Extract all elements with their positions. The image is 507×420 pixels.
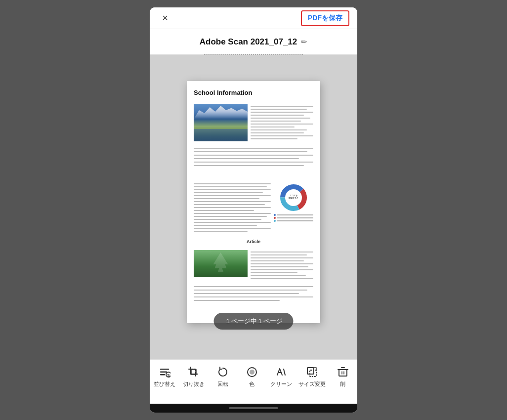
- svg-text:確認する？: 確認する？: [288, 197, 298, 199]
- home-bar: [229, 407, 278, 409]
- rotate-label: 回転: [217, 380, 228, 388]
- toolbar-delete[interactable]: 削: [331, 366, 355, 388]
- clean-icon: [275, 366, 287, 378]
- text-line: [194, 286, 313, 287]
- text-line: [194, 216, 267, 217]
- donut-chart-container: スコアを 確認する？: [274, 183, 313, 232]
- text-line: [251, 106, 313, 107]
- text-line: [194, 222, 271, 223]
- text-line: [194, 148, 313, 149]
- toolbar-crop[interactable]: 切り抜き: [182, 366, 206, 388]
- text-line: [194, 300, 280, 301]
- svg-rect-15: [339, 370, 347, 376]
- toolbar-sort[interactable]: ⇅ 並び替え: [153, 366, 176, 388]
- resize-label: サイズ変更: [298, 380, 326, 388]
- text-line: [194, 231, 248, 232]
- text-line: [194, 192, 263, 193]
- text-line: [194, 195, 271, 196]
- doc-text-block-1: [194, 147, 313, 177]
- bottom-toolbar: ⇅ 並び替え 切り抜き 回転: [150, 359, 357, 404]
- text-line: [194, 189, 271, 190]
- text-line: [194, 293, 299, 294]
- resize-icon: [306, 366, 318, 378]
- legend-text: [277, 217, 313, 218]
- text-line: [194, 162, 313, 163]
- svg-rect-5: [160, 369, 169, 370]
- text-line: [194, 290, 307, 291]
- text-line: [251, 118, 310, 119]
- svg-rect-14: [310, 370, 316, 377]
- toolbar-clean[interactable]: クリーン: [269, 366, 293, 388]
- delete-label: 削: [340, 380, 345, 388]
- delete-icon: [337, 366, 349, 378]
- text-line: [194, 155, 313, 156]
- page-indicator: １ページ中１ページ: [214, 313, 294, 330]
- text-line: [251, 112, 313, 113]
- text-line: [251, 266, 308, 267]
- article-title: Article: [194, 239, 313, 244]
- text-line: [194, 213, 271, 214]
- save-pdf-button[interactable]: PDFを保存: [301, 10, 349, 26]
- text-line: [251, 115, 304, 116]
- text-line: [251, 260, 304, 261]
- text-line: [194, 158, 299, 159]
- text-line: [194, 296, 313, 297]
- svg-text:スコアを: スコアを: [290, 194, 297, 197]
- text-line: [251, 135, 313, 136]
- edit-title-icon[interactable]: ✏: [301, 38, 307, 46]
- doc-middle-section: スコアを 確認する？: [194, 183, 313, 232]
- close-button[interactable]: ×: [158, 12, 172, 24]
- svg-rect-7: [160, 374, 165, 376]
- text-line: [251, 263, 313, 264]
- rotate-icon: [217, 366, 229, 378]
- text-line: [251, 269, 313, 270]
- text-line: [194, 210, 254, 211]
- text-line: [194, 207, 271, 208]
- legend-item-2: [274, 217, 313, 219]
- text-line: [251, 257, 313, 258]
- text-line: [194, 198, 259, 199]
- legend-dot-cyan: [274, 220, 276, 222]
- mountain-reflection: [194, 129, 248, 141]
- text-line: [194, 183, 271, 184]
- crop-label: 切り抜き: [183, 380, 205, 388]
- legend-dot-red: [274, 217, 276, 219]
- mountain-snow-overlay: [194, 104, 248, 119]
- donut-chart-svg: スコアを 確認する？: [279, 183, 308, 212]
- text-line: [194, 151, 307, 152]
- text-line: [251, 132, 304, 133]
- home-indicator: [150, 404, 357, 413]
- toolbar-color[interactable]: 色: [240, 366, 264, 388]
- legend-item-1: [274, 214, 313, 216]
- tree-image: [194, 250, 248, 277]
- color-icon: [246, 366, 258, 378]
- svg-text:⇅: ⇅: [167, 374, 170, 377]
- doc-text-block-bottom: [194, 286, 313, 315]
- svg-point-12: [250, 370, 254, 375]
- sort-icon: ⇅: [159, 366, 170, 378]
- doc-heading: School Information: [194, 89, 313, 96]
- text-line: [194, 201, 271, 202]
- crop-icon: [188, 366, 200, 378]
- toolbar-resize[interactable]: サイズ変更: [298, 366, 326, 388]
- middle-text-block: [194, 183, 271, 232]
- text-line: [251, 254, 307, 255]
- top-bar: × PDFを保存: [150, 7, 357, 29]
- toolbar-rotate[interactable]: 回転: [211, 366, 235, 388]
- legend-text: [277, 220, 313, 221]
- text-line: [251, 121, 301, 122]
- text-line: [194, 228, 271, 229]
- document-preview: School Information: [187, 81, 320, 323]
- text-line: [251, 138, 297, 139]
- text-line: [251, 252, 313, 252]
- text-line: [251, 278, 313, 279]
- legend-text: [277, 214, 313, 215]
- bottom-text-right: [251, 250, 313, 280]
- legend-dot-blue: [274, 214, 276, 216]
- color-label: 色: [249, 380, 254, 388]
- mountain-image: [194, 104, 248, 141]
- text-line: [194, 186, 267, 187]
- doc-bottom-section: [194, 250, 313, 280]
- text-line: [251, 124, 313, 125]
- text-line: [251, 109, 307, 110]
